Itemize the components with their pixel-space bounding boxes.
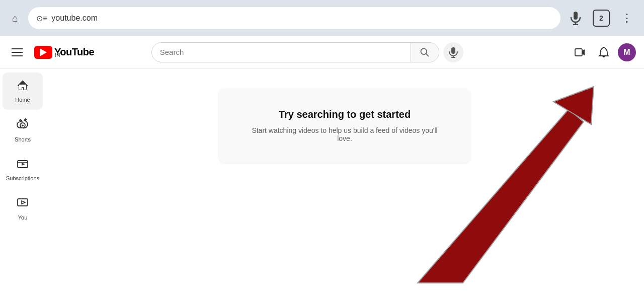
- yt-body: Home Shorts: [0, 68, 644, 292]
- yt-logo-icon: [34, 46, 52, 59]
- sidebar-home-label: Home: [15, 97, 30, 103]
- browser-url: youtube.com: [51, 14, 98, 23]
- yt-search-combined: [151, 42, 439, 62]
- yt-header-actions: M: [570, 42, 636, 62]
- user-avatar[interactable]: M: [618, 43, 636, 61]
- yt-sidebar: Home Shorts: [0, 68, 45, 292]
- sidebar-shorts-label: Shorts: [15, 136, 31, 142]
- yt-logo[interactable]: YouTube IN: [34, 46, 94, 59]
- page-container: ⌂ ⊙≡ youtube.com 2 ⋮: [0, 0, 644, 292]
- voice-search-button[interactable]: [443, 42, 463, 62]
- subscriptions-icon: [17, 158, 29, 173]
- tracker-icon: ⊙≡: [36, 14, 47, 23]
- browser-address-bar[interactable]: ⊙≡ youtube.com: [28, 7, 560, 29]
- yt-header: YouTube IN: [0, 36, 644, 68]
- hamburger-menu[interactable]: [8, 43, 26, 61]
- create-button[interactable]: [570, 42, 590, 62]
- svg-rect-5: [451, 47, 455, 54]
- empty-state-card: Try searching to get started Start watch…: [219, 89, 470, 163]
- svg-marker-13: [22, 124, 24, 127]
- sidebar-you-label: You: [18, 214, 28, 221]
- notifications-button[interactable]: [594, 42, 614, 62]
- browser-menu-icon[interactable]: ⋮: [618, 9, 636, 27]
- browser-tabs-count[interactable]: 2: [593, 10, 610, 27]
- sidebar-item-subscriptions[interactable]: Subscriptions: [3, 151, 43, 188]
- search-submit-button[interactable]: [411, 43, 439, 62]
- yt-search-wrapper: [151, 42, 463, 62]
- browser-mic-icon[interactable]: [567, 9, 585, 27]
- yt-app: YouTube IN: [0, 36, 644, 292]
- svg-rect-0: [574, 12, 578, 20]
- yt-logo-country: IN: [55, 52, 94, 58]
- you-icon: [17, 197, 29, 212]
- browser-home-icon[interactable]: ⌂: [8, 11, 22, 25]
- svg-marker-18: [22, 201, 25, 204]
- empty-state-title: Try searching to get started: [249, 109, 440, 120]
- empty-state-subtitle: Start watching videos to help us build a…: [249, 126, 440, 142]
- sidebar-item-shorts[interactable]: Shorts: [3, 112, 43, 149]
- search-input[interactable]: [152, 43, 411, 62]
- yt-main-content: Try searching to get started Start watch…: [45, 68, 644, 292]
- sidebar-subscriptions-label: Subscriptions: [6, 175, 39, 181]
- sidebar-item-you[interactable]: You: [3, 190, 43, 228]
- svg-line-4: [426, 53, 429, 56]
- browser-bar: ⌂ ⊙≡ youtube.com 2 ⋮: [0, 0, 644, 36]
- home-icon: [17, 80, 29, 95]
- sidebar-item-home[interactable]: Home: [3, 72, 43, 110]
- svg-marker-15: [22, 163, 25, 166]
- shorts-icon: [16, 118, 29, 134]
- browser-actions: 2 ⋮: [567, 9, 636, 27]
